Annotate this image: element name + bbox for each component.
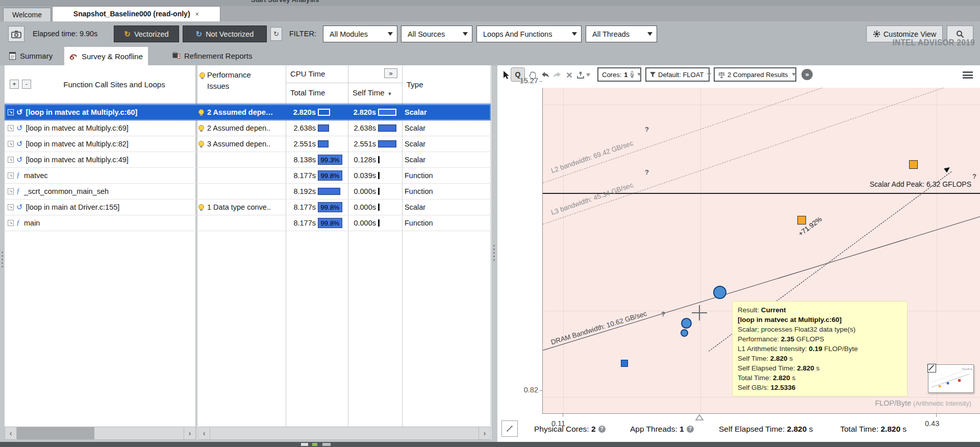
selected-loop-point[interactable] [713, 286, 726, 299]
redo-icon[interactable] [551, 69, 563, 81]
loop-point-blue-circle-small[interactable] [681, 329, 688, 337]
table-row[interactable]: [loop in matvec at Multiply.c:69] 2 Assu… [5, 120, 491, 136]
self-time-bar [378, 109, 396, 116]
scroll-left-icon[interactable]: ‹ [198, 427, 210, 439]
help-icon[interactable]: ? [687, 426, 694, 433]
expand-icon[interactable] [8, 157, 14, 163]
help-icon[interactable]: ? [598, 426, 606, 433]
axis-slider-marker[interactable] [695, 414, 703, 420]
type-value: Function [405, 171, 433, 180]
help-icon[interactable]: ? [631, 71, 634, 78]
dram-help-mark[interactable]: ? [661, 310, 665, 318]
loops-functions-filter-dropdown[interactable]: Loops And Functions [476, 26, 582, 42]
minimap-expand-icon[interactable] [927, 364, 936, 373]
total-time-value: 2.551s [287, 140, 316, 148]
left-edge-splitter-handle[interactable] [2, 252, 3, 253]
chevron-down-icon [637, 73, 641, 76]
compared-point-orange-square[interactable] [909, 160, 918, 169]
roofline-plot[interactable]: L2 bandwidth: 69.42 GB/sec ? L3 bandwidt… [542, 88, 980, 414]
column-header-function[interactable]: Function Call Sites and Loops [36, 80, 192, 89]
dram-bandwidth-label: DRAM Bandwidth: 10.62 GB/sec [550, 310, 648, 346]
chart-menu-icon[interactable] [963, 71, 973, 79]
column-header-performance-issues-1[interactable]: Performance [207, 70, 251, 79]
cancel-zoom-icon[interactable]: ✕ [564, 69, 575, 81]
loop-point-blue-square[interactable] [621, 360, 628, 367]
column-header-self-time[interactable]: Self Time▼ [353, 88, 392, 97]
peak-help-mark[interactable]: ? [972, 172, 976, 180]
tab-survey-roofline[interactable]: Survey & Roofline [64, 47, 148, 65]
modules-filter-dropdown[interactable]: All Modules [323, 26, 397, 42]
scroll-left-icon[interactable]: ‹ [5, 427, 17, 439]
y-axis-tick-top: 15.27 [512, 77, 538, 85]
column-header-cpu-time[interactable]: CPU Time [290, 69, 325, 78]
table-row[interactable]: _scrt_common_main_seh 8.192s 0.000s Func… [5, 183, 491, 200]
function-name: _scrt_common_main_seh [24, 187, 109, 195]
self-time-bar [378, 204, 380, 211]
not-vectorized-filter-button[interactable]: ↻Not Vectorized [183, 26, 267, 42]
scrollbar-thumb[interactable] [17, 427, 94, 439]
self-time-value: 0.039s [349, 171, 376, 180]
scales-icon [718, 71, 725, 78]
table-row[interactable]: [loop in matvec at Multiply.c:49] 8.138s… [5, 152, 491, 168]
l3-help-mark[interactable]: ? [645, 168, 649, 176]
total-time-bar [318, 109, 330, 116]
select-cursor-icon[interactable] [500, 69, 512, 81]
expand-chart-button[interactable] [501, 420, 518, 437]
function-name: [loop in matvec at Multiply.c:49] [26, 156, 129, 164]
cores-dropdown[interactable]: Cores:1? [597, 67, 641, 82]
tab-welcome[interactable]: Welcome [3, 8, 51, 21]
crosshair-cursor [699, 305, 700, 320]
loop-point-blue-circle[interactable] [681, 318, 692, 329]
expand-icon[interactable] [8, 220, 14, 226]
snapshot-camera-button[interactable] [8, 26, 24, 42]
data-columns-scrollbar[interactable]: ‹ › [198, 427, 491, 440]
table-row[interactable]: [loop in matvec at Multiply.c:82] 3 Assu… [5, 136, 491, 152]
cpu-time-expand-button[interactable]: » [384, 68, 397, 78]
threads-filter-dropdown[interactable]: All Threads [586, 26, 657, 42]
scroll-right-icon[interactable]: › [184, 427, 195, 439]
roofline-filter-dropdown[interactable]: Default: FLOAT [645, 67, 710, 82]
pane-splitter[interactable] [491, 65, 497, 442]
table-row-selected[interactable]: [loop in matvec at Multiply.c:60] 2 Assu… [5, 104, 491, 120]
tab-summary[interactable]: Summary [4, 48, 58, 63]
tab-refinement-reports[interactable]: Refinement Reports [167, 48, 257, 63]
self-time-value: 0.128s [349, 156, 376, 164]
loop-iteration-button[interactable]: ↻ [270, 27, 282, 41]
total-time-value: 8.138s [287, 156, 316, 164]
expand-icon[interactable] [8, 125, 14, 131]
compared-results-dropdown[interactable]: 2 Compared Results [714, 67, 796, 82]
function-column-scrollbar[interactable]: ‹ › [5, 427, 196, 440]
expand-icon[interactable] [8, 109, 14, 115]
close-icon[interactable]: × [195, 10, 199, 18]
roofline-pane: Q ✕ Cores:1? Default: FLOAT 2 Compared R… [497, 65, 980, 442]
column-header-total-time[interactable]: Total Time [290, 88, 325, 97]
expand-icon[interactable] [8, 172, 14, 179]
table-row[interactable]: [loop in main at Driver.c:155] 1 Data ty… [5, 199, 491, 215]
type-value: Scalar [405, 156, 425, 164]
tab-snapshot[interactable]: Snapshot_Baseline000 (read-only)× [52, 6, 220, 21]
intel-advisor-window: Start Survey Analysis Welcome Snapshot_B… [0, 0, 980, 447]
table-row[interactable]: matvec 8.177s99.8% 0.039s Function [5, 167, 491, 184]
roofline-minimap[interactable]: RoofLiest [928, 364, 974, 393]
export-icon[interactable] [575, 69, 586, 81]
self-time-value: 2.820s [349, 108, 376, 116]
expand-all-button[interactable]: + [10, 80, 19, 89]
loop-icon [16, 203, 23, 212]
total-time-percent-badge: 99.3% [318, 155, 342, 165]
undo-icon[interactable] [539, 69, 550, 81]
collapse-all-button[interactable]: - [22, 80, 31, 89]
expand-icon[interactable] [8, 188, 14, 194]
expand-icon[interactable] [8, 141, 14, 147]
export-menu-chevron-icon[interactable] [585, 69, 591, 81]
compared-point-orange-square[interactable] [797, 216, 806, 225]
vectorized-filter-button[interactable]: ↻Vectorized [114, 26, 179, 42]
l2-help-mark[interactable]: ? [645, 126, 649, 133]
column-header-type[interactable]: Type [407, 80, 423, 89]
expand-icon[interactable] [8, 204, 14, 210]
compared-results-value: 2 Compared Results [727, 71, 788, 79]
tab-summary-label: Summary [20, 52, 53, 60]
sources-filter-dropdown[interactable]: All Sources [401, 26, 472, 42]
table-row[interactable]: main 8.177s99.8% 0.000s Function [5, 215, 491, 231]
scroll-right-icon[interactable]: › [479, 427, 490, 439]
more-tools-icon[interactable]: » [801, 69, 813, 80]
